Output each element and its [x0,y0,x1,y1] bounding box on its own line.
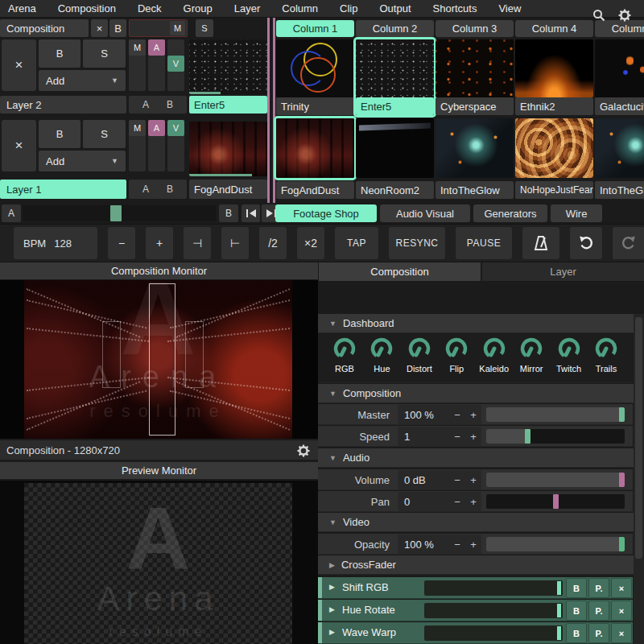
dashboard-knob-distort[interactable]: Distort [401,337,438,382]
bpm-value[interactable]: 128 [54,237,72,250]
param-slider[interactable] [486,407,625,422]
param-value[interactable]: 0 [398,496,449,508]
bpm-half-button[interactable]: /2 [259,227,287,259]
composition-bypass-button[interactable]: B [109,19,126,37]
effect-row-wave-warp[interactable]: ▶ Wave Warp B P. × [318,622,633,644]
clip-thumbnail[interactable] [356,118,434,178]
increment-button[interactable]: + [465,409,481,421]
resync-button[interactable]: RESYNC [389,227,445,259]
layer2-active-clip-name[interactable]: Enter5 [189,96,267,114]
effect-opacity-slider[interactable] [424,580,563,596]
menu-output[interactable]: Output [379,2,411,14]
layer1-active-clip-thumbnail[interactable] [189,122,267,176]
dashboard-knob-twitch[interactable]: Twitch [551,337,588,382]
layer1-v-button[interactable]: V [167,120,184,136]
pause-button[interactable]: PAUSE [456,227,512,259]
composition-master-fader[interactable]: M [129,19,188,37]
effect-remove-button[interactable]: × [611,623,632,643]
dashboard-knob-kaleido[interactable]: Kaleido [476,337,513,382]
dashboard-knob-trails[interactable]: Trails [588,337,625,382]
layer2-assign-b[interactable]: B [167,99,173,110]
layer1-active-clip-name[interactable]: FogAndDust [189,180,267,199]
tab-footage-shop[interactable]: Footage Shop [275,204,377,222]
effect-slider-handle[interactable] [557,581,561,595]
clip-name[interactable]: NeonRoom2 [356,181,434,199]
decrement-button[interactable]: − [449,474,465,486]
param-slider[interactable] [486,429,625,444]
layer1-name[interactable]: Layer 1 [0,180,126,199]
effect-remove-button[interactable]: × [611,601,632,621]
column3-trigger[interactable]: Column 3 [436,20,514,37]
param-value-box[interactable]: 100 % − + [398,535,481,554]
layer1-bypass-button[interactable]: B [39,120,80,148]
section-crossfader[interactable]: ▶ CrossFader [318,555,644,575]
effect-opacity-slider[interactable] [424,625,563,641]
decrement-button[interactable]: − [449,431,465,443]
crossfader-slider[interactable] [23,205,216,221]
clip-thumbnail[interactable] [595,39,644,97]
tab-wire[interactable]: Wire [551,204,602,222]
effect-slider-handle[interactable] [557,604,561,617]
column2-trigger[interactable]: Column 2 [356,20,434,37]
dashboard-knob-flip[interactable]: Flip [438,337,475,382]
layer2-bypass-button[interactable]: B [39,39,80,68]
undo-button[interactable] [570,227,602,259]
dashboard-knob-hue[interactable]: Hue [363,337,400,382]
section-audio[interactable]: ▼ Audio [318,448,644,468]
clip-thumbnail[interactable] [436,118,514,178]
effect-opacity-slider[interactable] [424,603,563,618]
tap-button[interactable]: TAP [335,227,378,259]
effect-bypass-button[interactable]: B [566,578,587,598]
param-value[interactable]: 100 % [398,539,449,551]
effect-row-hue-rotate[interactable]: ▶ Hue Rotate B P. × [318,600,633,621]
clip-thumbnail[interactable] [515,39,593,97]
bpm-double-button[interactable]: ×2 [297,227,324,259]
crossfader-a-button[interactable]: A [2,204,21,222]
increment-button[interactable]: + [465,539,481,551]
crossfader-handle[interactable] [110,205,122,221]
composition-clear-button[interactable]: × [91,19,108,37]
layer2-a-button[interactable]: A [148,39,165,56]
increment-button[interactable]: + [465,496,481,508]
increment-button[interactable]: + [465,474,481,486]
menu-group[interactable]: Group [184,2,213,14]
gear-icon[interactable] [297,444,310,457]
clip-name[interactable]: NoHopeJustFear [515,181,593,199]
layer1-clear-button[interactable]: × [2,120,36,171]
layer1-a-button[interactable]: A [148,120,165,136]
effect-row-shift-rgb[interactable]: ▶ Shift RGB B P. × [318,577,633,599]
decrement-button[interactable]: − [449,409,465,421]
scrollbar-thumb[interactable] [635,317,642,559]
nudge-back-button[interactable]: ⊣ [184,227,211,259]
bpm-increase-button[interactable]: + [146,227,173,259]
menu-column[interactable]: Column [282,2,318,14]
clip-name[interactable]: Cyberspace [436,97,514,115]
decrement-button[interactable]: − [449,539,465,551]
layer1-blendmode-dropdown[interactable]: Add ▼ [39,151,126,171]
param-value[interactable]: 0 dB [398,474,449,486]
clip-thumbnail[interactable] [276,39,354,97]
tab-layer[interactable]: Layer [482,262,644,282]
layer2-name[interactable]: Layer 2 [0,96,126,114]
decrement-button[interactable]: − [449,496,465,508]
effect-params-button[interactable]: P. [588,578,609,598]
metronome-button[interactable] [522,227,559,259]
layer2-v-button[interactable]: V [167,56,184,72]
clip-name[interactable]: Trinity [276,97,354,115]
param-value-box[interactable]: 100 % − + [398,405,481,424]
clip-thumbnail[interactable] [436,39,514,97]
bpm-display[interactable]: BPM 128 [14,227,97,259]
previous-column-button[interactable] [242,204,260,222]
clip-thumbnail[interactable] [356,39,434,97]
param-slider[interactable] [486,537,625,551]
menu-view[interactable]: View [498,2,521,14]
composition-solo-button[interactable]: S [196,19,213,37]
param-value-box[interactable]: 0 dB − + [398,470,481,489]
param-slider[interactable] [486,473,625,487]
clip-name[interactable]: IntoTheGlow [436,181,514,199]
tab-audio-visual[interactable]: Audio Visual [380,204,470,222]
layer2-active-clip-thumbnail[interactable] [189,39,267,94]
clip-name[interactable]: IntoTheGlow [595,181,644,199]
effect-params-button[interactable]: P. [588,601,609,621]
clip-thumbnail[interactable] [515,118,593,178]
